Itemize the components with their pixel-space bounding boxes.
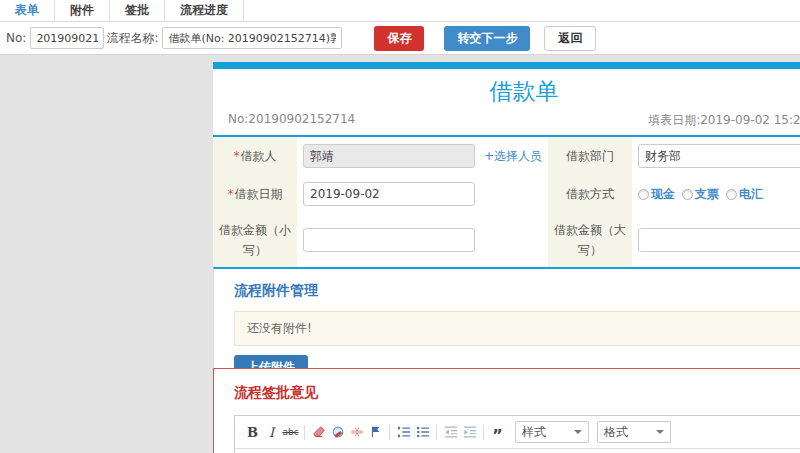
approval-panel: 流程签批意见 B I abc — [213, 368, 800, 453]
document-no: No:20190902152714 — [228, 112, 355, 129]
link-icon[interactable] — [328, 423, 347, 441]
unlink-icon[interactable] — [347, 423, 366, 441]
amount-lower-input[interactable] — [303, 228, 475, 252]
department-input[interactable] — [638, 144, 800, 168]
format-dropdown-label: 格式 — [604, 424, 628, 441]
required-mark: * — [234, 149, 240, 163]
flow-name-input[interactable] — [162, 27, 342, 49]
blockquote-icon[interactable]: ” — [488, 423, 507, 441]
page-title: 借款单 — [213, 69, 800, 110]
toolbar-separator — [304, 425, 305, 440]
outdent-icon[interactable] — [441, 423, 460, 441]
amount-upper-field — [632, 213, 800, 267]
strikethrough-icon[interactable]: abc — [281, 423, 300, 441]
tab-form[interactable]: 表单 — [0, 0, 55, 21]
document-meta: No:20190902152714 填表日期:2019-09-02 15:27:… — [213, 110, 800, 137]
amount-upper-label: 借款金额（大写） — [548, 213, 632, 267]
tab-bar: 表单 附件 签批 流程进度 — [0, 0, 800, 22]
styles-dropdown[interactable]: 样式 — [515, 421, 589, 443]
loan-date-label: *借款日期 — [213, 175, 297, 213]
no-attachments-message: 还没有附件! — [234, 311, 800, 346]
format-dropdown[interactable]: 格式 — [597, 421, 671, 443]
loan-method-label: 借款方式 — [548, 175, 632, 213]
next-step-button[interactable]: 转交下一步 — [444, 26, 530, 51]
borrower-field: +选择人员 — [297, 137, 548, 175]
back-button[interactable]: 返回 — [544, 26, 596, 51]
attachments-heading: 流程附件管理 — [234, 282, 800, 300]
select-person-link[interactable]: +选择人员 — [484, 148, 542, 165]
italic-icon[interactable]: I — [262, 423, 281, 441]
editor-toolbar: B I abc — [235, 416, 800, 449]
loan-date-field — [297, 175, 548, 213]
tab-progress[interactable]: 流程进度 — [165, 0, 244, 21]
bold-icon[interactable]: B — [243, 423, 262, 441]
radio-icon[interactable] — [638, 189, 649, 200]
approval-heading: 流程签批意见 — [234, 384, 800, 402]
toolbar-separator — [436, 425, 437, 440]
no-label: No: — [6, 31, 26, 45]
toolbar: No: 流程名称: 保存 转交下一步 返回 — [0, 22, 800, 55]
method-option-cash[interactable]: 现金 — [638, 186, 675, 203]
caret-down-icon — [574, 430, 582, 434]
radio-icon[interactable] — [726, 189, 737, 200]
styles-dropdown-label: 样式 — [522, 424, 546, 441]
editor-content-area[interactable] — [235, 449, 800, 453]
method-option-wire[interactable]: 电汇 — [726, 186, 763, 203]
save-button[interactable]: 保存 — [374, 26, 424, 51]
flow-name-label: 流程名称: — [106, 30, 158, 47]
toolbar-separator — [483, 425, 484, 440]
method-option-cheque[interactable]: 支票 — [682, 186, 719, 203]
caret-down-icon — [656, 430, 664, 434]
amount-upper-input[interactable] — [638, 228, 800, 252]
rich-text-editor: B I abc — [234, 415, 800, 453]
tab-attachments[interactable]: 附件 — [55, 0, 110, 21]
ordered-list-icon[interactable] — [394, 423, 413, 441]
unordered-list-icon[interactable] — [413, 423, 432, 441]
borrower-input[interactable] — [303, 144, 475, 168]
required-mark: * — [228, 187, 234, 201]
remove-format-icon[interactable] — [309, 423, 328, 441]
loan-date-input[interactable] — [303, 182, 475, 206]
no-input[interactable] — [30, 27, 104, 49]
fill-date: 填表日期:2019-09-02 15:27:1 — [648, 112, 800, 129]
loan-method-field: 现金 支票 电汇 — [632, 175, 800, 213]
toolbar-separator — [389, 425, 390, 440]
department-label: 借款部门 — [548, 137, 632, 175]
borrower-label: *借款人 — [213, 137, 297, 175]
indent-icon[interactable] — [460, 423, 479, 441]
radio-icon[interactable] — [682, 189, 693, 200]
amount-lower-label: 借款金额（小写） — [213, 213, 297, 267]
anchor-flag-icon[interactable] — [366, 423, 385, 441]
amount-lower-field — [297, 213, 548, 267]
panel-top-bar — [213, 62, 800, 69]
header: 表单 附件 签批 流程进度 No: 流程名称: 保存 转交下一步 返回 — [0, 0, 800, 55]
tab-approval[interactable]: 签批 — [110, 0, 165, 21]
department-field: +选择部门 — [632, 137, 800, 175]
